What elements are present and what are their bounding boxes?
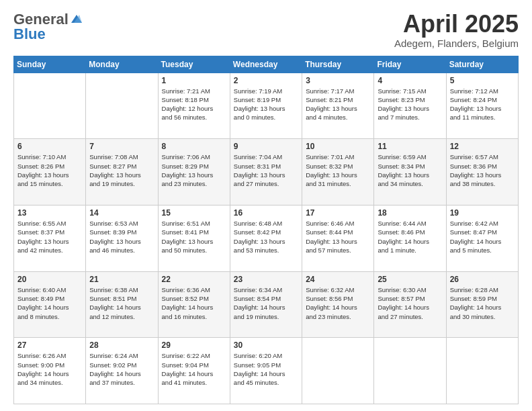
day-num-4-0: 27 [17,340,82,350]
week-row-1: 6Sunrise: 7:10 AM Sunset: 8:26 PM Daylig… [14,139,519,205]
cell-2-3: 16Sunrise: 6:48 AM Sunset: 8:42 PM Dayli… [230,205,302,271]
th-tuesday: Tuesday [158,56,230,73]
cell-2-0: 13Sunrise: 6:55 AM Sunset: 8:37 PM Dayli… [14,205,86,271]
cell-1-3: 9Sunrise: 7:04 AM Sunset: 8:31 PM Daylig… [230,139,302,205]
day-num-0-6: 5 [450,76,515,85]
cell-3-6: 26Sunrise: 6:28 AM Sunset: 8:59 PM Dayli… [446,271,518,338]
day-detail-1-4: Sunrise: 7:01 AM Sunset: 8:32 PM Dayligh… [306,152,370,188]
cell-0-1 [86,73,158,139]
cell-3-1: 21Sunrise: 6:38 AM Sunset: 8:51 PM Dayli… [86,271,158,338]
cell-2-1: 14Sunrise: 6:53 AM Sunset: 8:39 PM Dayli… [86,205,158,271]
day-detail-4-2: Sunrise: 6:22 AM Sunset: 9:04 PM Dayligh… [162,351,226,387]
cell-0-6: 5Sunrise: 7:12 AM Sunset: 8:24 PM Daylig… [446,73,518,139]
day-num-3-5: 25 [378,275,442,284]
day-detail-1-2: Sunrise: 7:06 AM Sunset: 8:29 PM Dayligh… [162,152,226,188]
cell-1-4: 10Sunrise: 7:01 AM Sunset: 8:32 PM Dayli… [302,139,374,205]
day-detail-4-0: Sunrise: 6:26 AM Sunset: 9:00 PM Dayligh… [17,351,82,387]
logo-icon [70,13,83,24]
month-title: April 2025 [394,11,519,38]
cell-4-1: 28Sunrise: 6:24 AM Sunset: 9:02 PM Dayli… [86,338,158,404]
day-num-1-4: 10 [306,142,370,151]
th-wednesday: Wednesday [230,56,302,73]
logo: General Blue [13,11,83,43]
cell-3-4: 24Sunrise: 6:32 AM Sunset: 8:56 PM Dayli… [302,271,374,338]
day-num-0-3: 2 [234,76,298,85]
th-monday: Monday [86,56,158,73]
day-detail-4-3: Sunrise: 6:20 AM Sunset: 9:05 PM Dayligh… [234,351,298,387]
th-friday: Friday [374,56,446,73]
day-num-2-6: 19 [450,208,515,218]
day-num-2-1: 14 [89,208,154,218]
day-detail-2-3: Sunrise: 6:48 AM Sunset: 8:42 PM Dayligh… [234,219,298,255]
cell-3-2: 22Sunrise: 6:36 AM Sunset: 8:52 PM Dayli… [158,271,230,338]
cell-0-5: 4Sunrise: 7:15 AM Sunset: 8:23 PM Daylig… [374,73,446,139]
day-detail-1-0: Sunrise: 7:10 AM Sunset: 8:26 PM Dayligh… [17,152,82,188]
cell-2-6: 19Sunrise: 6:42 AM Sunset: 8:47 PM Dayli… [446,205,518,271]
day-detail-1-1: Sunrise: 7:08 AM Sunset: 8:27 PM Dayligh… [89,152,154,188]
day-detail-2-1: Sunrise: 6:53 AM Sunset: 8:39 PM Dayligh… [89,219,154,255]
day-num-3-0: 20 [17,275,82,284]
day-detail-0-3: Sunrise: 7:19 AM Sunset: 8:19 PM Dayligh… [234,87,298,122]
day-detail-0-6: Sunrise: 7:12 AM Sunset: 8:24 PM Dayligh… [450,87,515,122]
day-detail-3-0: Sunrise: 6:40 AM Sunset: 8:49 PM Dayligh… [17,285,82,321]
day-num-1-6: 12 [450,142,515,151]
cell-0-2: 1Sunrise: 7:21 AM Sunset: 8:18 PM Daylig… [158,73,230,139]
day-detail-3-6: Sunrise: 6:28 AM Sunset: 8:59 PM Dayligh… [450,285,515,321]
week-row-4: 27Sunrise: 6:26 AM Sunset: 9:00 PM Dayli… [14,338,519,404]
day-detail-4-1: Sunrise: 6:24 AM Sunset: 9:02 PM Dayligh… [89,351,154,387]
th-sunday: Sunday [14,56,86,73]
cell-4-0: 27Sunrise: 6:26 AM Sunset: 9:00 PM Dayli… [14,338,86,404]
day-num-4-3: 30 [234,340,298,350]
day-detail-1-6: Sunrise: 6:57 AM Sunset: 8:36 PM Dayligh… [450,152,515,188]
day-num-3-1: 21 [89,275,154,284]
day-num-3-2: 22 [162,275,226,284]
cell-4-3: 30Sunrise: 6:20 AM Sunset: 9:05 PM Dayli… [230,338,302,404]
day-num-3-4: 24 [306,275,370,284]
cell-4-2: 29Sunrise: 6:22 AM Sunset: 9:04 PM Dayli… [158,338,230,404]
day-detail-3-1: Sunrise: 6:38 AM Sunset: 8:51 PM Dayligh… [89,285,154,321]
day-detail-2-5: Sunrise: 6:44 AM Sunset: 8:46 PM Dayligh… [378,219,442,255]
calendar-table: Sunday Monday Tuesday Wednesday Thursday… [13,56,519,404]
day-num-0-5: 4 [378,76,442,85]
day-detail-0-5: Sunrise: 7:15 AM Sunset: 8:23 PM Dayligh… [378,87,442,122]
cell-3-0: 20Sunrise: 6:40 AM Sunset: 8:49 PM Dayli… [14,271,86,338]
day-num-2-2: 15 [162,208,226,218]
cell-4-4 [302,338,374,404]
day-num-1-1: 7 [89,142,154,151]
cell-0-0 [14,73,86,139]
cell-1-2: 8Sunrise: 7:06 AM Sunset: 8:29 PM Daylig… [158,139,230,205]
day-num-4-1: 28 [89,340,154,350]
th-saturday: Saturday [446,56,518,73]
week-row-3: 20Sunrise: 6:40 AM Sunset: 8:49 PM Dayli… [14,271,519,338]
day-detail-3-2: Sunrise: 6:36 AM Sunset: 8:52 PM Dayligh… [162,285,226,321]
th-thursday: Thursday [302,56,374,73]
day-num-0-2: 1 [162,76,226,85]
day-detail-1-3: Sunrise: 7:04 AM Sunset: 8:31 PM Dayligh… [234,152,298,188]
day-num-0-4: 3 [306,76,370,85]
week-row-2: 13Sunrise: 6:55 AM Sunset: 8:37 PM Dayli… [14,205,519,271]
day-detail-1-5: Sunrise: 6:59 AM Sunset: 8:34 PM Dayligh… [378,152,442,188]
calendar-body: 1Sunrise: 7:21 AM Sunset: 8:18 PM Daylig… [14,73,519,404]
day-num-2-3: 16 [234,208,298,218]
day-detail-0-4: Sunrise: 7:17 AM Sunset: 8:21 PM Dayligh… [306,87,370,122]
location: Adegem, Flanders, Belgium [394,38,519,49]
cell-3-3: 23Sunrise: 6:34 AM Sunset: 8:54 PM Dayli… [230,271,302,338]
page: General Blue April 2025 Adegem, Flanders… [0,0,532,411]
week-row-0: 1Sunrise: 7:21 AM Sunset: 8:18 PM Daylig… [14,73,519,139]
day-num-1-0: 6 [17,142,82,151]
cell-4-5 [374,338,446,404]
header: General Blue April 2025 Adegem, Flanders… [13,11,519,49]
title-block: April 2025 Adegem, Flanders, Belgium [394,11,519,49]
weekday-row: Sunday Monday Tuesday Wednesday Thursday… [14,56,519,73]
day-num-1-5: 11 [378,142,442,151]
cell-1-6: 12Sunrise: 6:57 AM Sunset: 8:36 PM Dayli… [446,139,518,205]
day-num-2-5: 18 [378,208,442,218]
day-detail-0-2: Sunrise: 7:21 AM Sunset: 8:18 PM Dayligh… [162,87,226,122]
cell-2-5: 18Sunrise: 6:44 AM Sunset: 8:46 PM Dayli… [374,205,446,271]
cell-2-4: 17Sunrise: 6:46 AM Sunset: 8:44 PM Dayli… [302,205,374,271]
day-detail-2-2: Sunrise: 6:51 AM Sunset: 8:41 PM Dayligh… [162,219,226,255]
logo-blue: Blue [13,26,46,43]
day-detail-2-6: Sunrise: 6:42 AM Sunset: 8:47 PM Dayligh… [450,219,515,255]
day-num-2-4: 17 [306,208,370,218]
cell-2-2: 15Sunrise: 6:51 AM Sunset: 8:41 PM Dayli… [158,205,230,271]
